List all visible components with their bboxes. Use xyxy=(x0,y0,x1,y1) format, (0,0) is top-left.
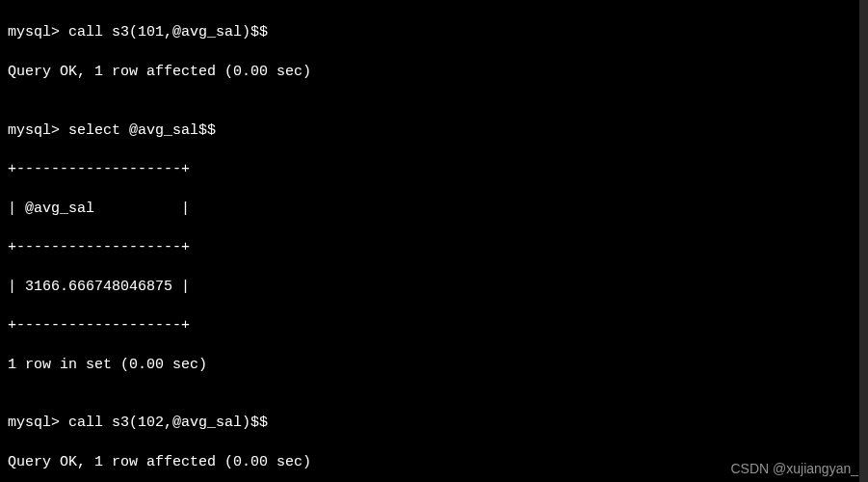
table-border: +-------------------+ xyxy=(8,316,860,335)
rows-in-set-response: 1 row in set (0.00 sec) xyxy=(8,356,860,375)
mysql-prompt: mysql> xyxy=(8,122,68,139)
table-header: | @avg_sal | xyxy=(8,200,860,219)
query-ok-response: Query OK, 1 row affected (0.00 sec) xyxy=(8,63,860,82)
terminal-output[interactable]: mysql> call s3(101,@avg_sal)$$ Query OK,… xyxy=(8,4,860,482)
table-border: +-------------------+ xyxy=(8,238,860,257)
mysql-prompt: mysql> xyxy=(8,24,68,40)
mysql-prompt: mysql> xyxy=(8,415,68,431)
command-call-s3-101: call s3(101,@avg_sal)$$ xyxy=(68,24,268,40)
scrollbar[interactable] xyxy=(859,0,868,482)
table-border: +-------------------+ xyxy=(8,160,860,179)
csdn-watermark: CSDN @xujiangyan_ xyxy=(731,460,859,478)
command-call-s3-102: call s3(102,@avg_sal)$$ xyxy=(68,415,268,431)
table-row: | 3166.666748046875 | xyxy=(8,278,860,297)
command-select-avg-sal: select @avg_sal$$ xyxy=(68,122,216,139)
